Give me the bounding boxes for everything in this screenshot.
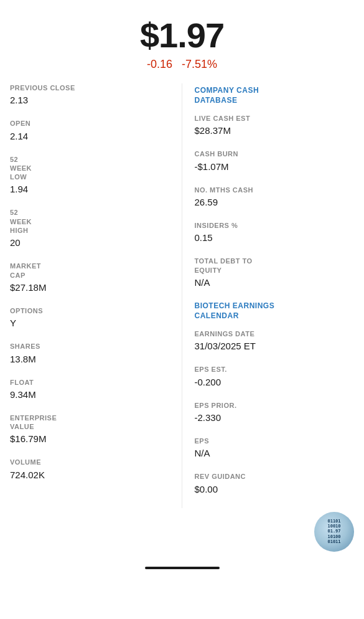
price-change-percent: -7.51% [182,58,217,70]
left-column: PREVIOUS CLOSE 2.13 OPEN 2.14 52WEEKLOW … [10,83,182,508]
right-item-live-cash-est: LIVE CASH EST $28.37M [195,114,355,137]
price-change-amount: -0.16 [147,58,172,70]
left-item-options: OPTIONS Y [10,306,169,329]
left-item-market-cap: MARKETCAP $27.18M [10,262,169,294]
right-item-eps-est: EPS EST. -0.200 [195,365,355,388]
logo-icon: 011011001001.971010001011 [314,512,354,552]
left-item-float: FLOAT 9.34M [10,378,169,401]
right-item-no-mths-cash: NO. MTHS CASH 26.59 [195,186,355,209]
left-item-52-week-high: 52WEEKHIGH 20 [10,208,169,249]
section1-header: COMPANY CASHDATABASE [195,86,355,105]
price-change: -0.16 -7.51% [10,58,354,71]
left-item-volume: VOLUME 724.02K [10,458,169,481]
right-item-total-debt: TOTAL DEBT TOEQUITY N/A [195,257,355,289]
right-item-insiders-pct: INSIDERS % 0.15 [195,221,355,244]
right-item-rev-guidance: REV GUIDANC $0.00 [195,472,355,495]
right-item-cash-burn: CASH BURN -$1.07M [195,149,355,172]
bottom-bar [145,567,220,569]
left-item-52-week-low: 52WEEKLOW 1.94 [10,155,169,196]
left-item-open: OPEN 2.14 [10,119,169,142]
left-item-shares: SHARES 13.8M [10,342,169,365]
stock-price: $1.97 [10,15,354,55]
right-item-eps-prior: EPS PRIOR. -2.330 [195,401,355,424]
section2-header: BIOTECH EARNINGSCALENDAR [195,301,355,321]
left-item-enterprise-value: ENTERPRISEVALUE $16.79M [10,413,169,446]
left-item-previous-close: PREVIOUS CLOSE 2.13 [10,83,169,106]
right-item-earnings-date: EARNINGS DATE 31/03/2025 ET [195,329,355,352]
data-grid: PREVIOUS CLOSE 2.13 OPEN 2.14 52WEEKLOW … [0,78,364,521]
right-column: COMPANY CASHDATABASE LIVE CASH EST $28.3… [182,83,355,508]
right-item-eps: EPS N/A [195,437,355,460]
price-section: $1.97 -0.16 -7.51% [0,0,364,78]
